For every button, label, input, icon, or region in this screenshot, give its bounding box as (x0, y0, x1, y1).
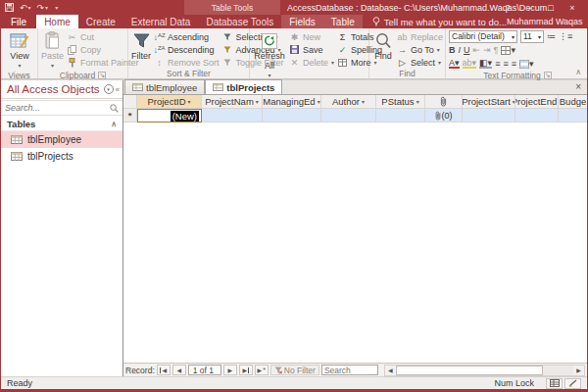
cell-budget[interactable] (559, 109, 587, 122)
scrollbar-thumb[interactable] (396, 366, 543, 375)
underline-button[interactable]: U (464, 45, 470, 55)
align-center-icon[interactable]: ≡ (503, 59, 508, 69)
new-blank-record-button[interactable]: ▶* (255, 365, 269, 375)
increase-indent-icon[interactable]: ⇥ (483, 45, 491, 55)
cell-author[interactable] (321, 109, 376, 122)
font-size-combo[interactable]: 11▾ (520, 30, 544, 43)
tab-external-data[interactable]: External Data (123, 15, 199, 28)
row-selector[interactable]: * (123, 109, 137, 122)
clipboard-dialog-launcher-icon[interactable]: ↘ (98, 72, 106, 79)
save-button[interactable] (5, 3, 14, 12)
redo-button[interactable]: ↷▾ (37, 3, 49, 13)
new-record-button[interactable]: ✱New (289, 30, 334, 43)
select-all-corner[interactable] (123, 95, 137, 109)
next-record-button[interactable]: ▶ (223, 365, 237, 375)
design-view-button[interactable] (564, 378, 581, 389)
column-dropdown-icon[interactable]: ▾ (362, 98, 365, 105)
nav-item-tblemployee[interactable]: tblEmployee (1, 131, 122, 148)
nav-pane-header[interactable]: All Access Objects ▾ « (1, 80, 122, 99)
refresh-all-button[interactable]: Refresh All ▾ (253, 30, 286, 80)
tab-create[interactable]: Create (78, 15, 123, 28)
search-icon[interactable] (110, 104, 119, 113)
highlight-color-button[interactable]: ab▾ (463, 59, 477, 69)
align-left-icon[interactable]: ≡ (495, 59, 500, 69)
tab-home[interactable]: Home (36, 15, 78, 28)
maximize-button[interactable]: □ (540, 3, 562, 13)
scroll-left-icon[interactable]: ◀ (385, 366, 396, 375)
go-to-button[interactable]: →Go To▾ (397, 43, 443, 56)
tell-me-box[interactable]: Tell me what you want to do... (363, 15, 507, 28)
column-header-projectstart[interactable]: ProjectStart▾ (463, 95, 515, 109)
font-name-combo[interactable]: Calibri (Detail)▾ (449, 30, 517, 43)
collapse-ribbon-icon[interactable]: ∧ (575, 68, 581, 76)
decrease-indent-icon[interactable]: ⇤ (473, 45, 481, 55)
remove-sort-button[interactable]: ↕Remove Sort (154, 56, 220, 69)
bullets-icon[interactable]: ≔ (547, 31, 556, 41)
column-header-projectend[interactable]: ProjectEnd▾ (515, 95, 559, 109)
cell-projectname[interactable] (202, 109, 263, 122)
tab-database-tools[interactable]: Database Tools (198, 15, 281, 28)
cell-managinged[interactable] (263, 109, 321, 122)
cell-projectid[interactable]: (New) (137, 109, 202, 122)
text-direction-icon[interactable]: ¶ (494, 45, 499, 55)
descending-button[interactable]: ↓ZADescending (154, 43, 220, 56)
signed-in-user[interactable]: Muhammad Waqas (507, 15, 588, 28)
filter-button[interactable]: Filter (131, 30, 151, 61)
cell-attachment[interactable]: (0) (425, 109, 463, 122)
datasheet-view-button[interactable] (546, 378, 563, 389)
previous-record-button[interactable]: ◀ (172, 365, 186, 375)
column-header-author[interactable]: Author▾ (321, 95, 376, 109)
save-record-button[interactable]: Save (289, 43, 334, 56)
cell-projectend[interactable] (515, 109, 559, 122)
nav-menu-icon[interactable]: ▾ (104, 84, 114, 94)
delete-record-button[interactable]: ✕Delete▾ (289, 56, 334, 69)
replace-button[interactable]: abReplace (397, 30, 443, 43)
record-search-input[interactable] (321, 365, 378, 375)
close-button[interactable]: × (562, 3, 583, 13)
nav-item-tblprojects[interactable]: tblProjects (1, 148, 122, 165)
column-dropdown-icon[interactable]: ▾ (318, 98, 320, 105)
find-button[interactable]: Find (372, 30, 394, 61)
doc-tab-tblprojects[interactable]: tblProjects (205, 79, 282, 94)
column-header-projectname[interactable]: ProjectNam▾ (202, 95, 263, 109)
italic-button[interactable]: I (459, 45, 462, 55)
column-header-managinged[interactable]: ManagingEd▾ (263, 95, 321, 109)
tab-table[interactable]: Table (323, 15, 363, 28)
column-header-projectid[interactable]: ProjectID▾ (137, 95, 202, 109)
customize-qat-button[interactable]: ▾ (54, 4, 58, 11)
bold-button[interactable]: B (449, 45, 456, 55)
cell-pstatus[interactable] (376, 109, 425, 122)
font-color-button[interactable]: A▾ (449, 59, 460, 69)
tab-fields[interactable]: Fields (281, 15, 323, 28)
nav-search-input[interactable] (5, 103, 107, 113)
numbering-icon[interactable]: ⋮≡ (559, 31, 572, 41)
no-filter-button[interactable]: No Filter (270, 365, 319, 375)
close-document-icon[interactable]: × (575, 81, 581, 92)
tab-file[interactable]: File (1, 15, 36, 28)
record-position[interactable]: 1 of 1 (188, 365, 221, 375)
scroll-right-icon[interactable]: ▶ (573, 366, 584, 375)
gridlines-icon[interactable]: ▾ (501, 45, 515, 55)
cell-projectstart[interactable] (463, 109, 515, 122)
alternate-row-color-button[interactable]: ▾ (519, 59, 534, 69)
collapse-group-icon[interactable]: ∧ (111, 120, 117, 128)
shutter-bar-close-icon[interactable]: « (116, 85, 120, 94)
align-right-icon[interactable]: ≡ (512, 59, 516, 69)
nav-group-tables[interactable]: Tables ∧ (1, 117, 122, 131)
horizontal-scrollbar[interactable]: ◀ ▶ (384, 365, 585, 376)
undo-button[interactable]: ↶▾ (20, 3, 31, 13)
background-color-button[interactable]: ◧▾ (479, 59, 492, 69)
minimize-button[interactable]: – (518, 3, 540, 13)
select-button[interactable]: ▷Select▾ (397, 56, 443, 69)
column-header-pstatus[interactable]: PStatus▾ (376, 95, 425, 109)
column-dropdown-icon[interactable]: ▾ (416, 98, 419, 105)
paste-button[interactable]: Paste ▾ (41, 30, 64, 71)
doc-tab-tblemployee[interactable]: tblEmployee (124, 79, 205, 94)
first-record-button[interactable]: ◀ (157, 365, 171, 375)
help-button[interactable]: ? (497, 3, 518, 13)
column-dropdown-icon[interactable]: ▾ (256, 98, 259, 105)
ascending-button[interactable]: ↓AZAscending (154, 30, 220, 43)
column-header-attachment[interactable] (425, 95, 463, 109)
last-record-button[interactable]: ▶ (239, 365, 253, 375)
text-formatting-dialog-launcher-icon[interactable]: ↘ (544, 72, 552, 79)
